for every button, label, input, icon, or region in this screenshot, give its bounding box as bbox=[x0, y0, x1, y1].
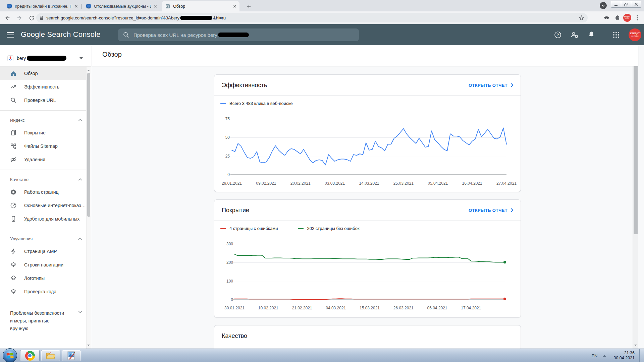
back-icon[interactable] bbox=[3, 13, 12, 22]
sidebar-item-page-experience[interactable]: Работа страниц bbox=[0, 185, 91, 199]
taskbar-chrome-button[interactable] bbox=[20, 350, 40, 361]
sidebar-item-amp[interactable]: Страница AMP bbox=[0, 245, 91, 258]
chevron-up-icon bbox=[78, 178, 82, 181]
sidebar-scrollbar[interactable] bbox=[86, 67, 91, 349]
scroll-up-arrow[interactable] bbox=[87, 68, 90, 71]
svg-text:?: ? bbox=[557, 33, 559, 37]
sidebar-section-experience[interactable]: Качество bbox=[0, 173, 91, 185]
card-header: Эффективность ОТКРЫТЬ ОТЧЕТ bbox=[214, 75, 521, 96]
speedometer-icon bbox=[10, 202, 17, 209]
browser-tab-active[interactable]: Обзор bbox=[162, 1, 239, 11]
legend-item: 4 страницы с ошибками bbox=[220, 226, 278, 231]
address-bar[interactable]: search.google.com/search-console?resourc… bbox=[36, 13, 588, 22]
user-settings-icon[interactable] bbox=[570, 31, 579, 39]
divider bbox=[0, 229, 91, 229]
show-desktop-button[interactable] bbox=[639, 349, 644, 362]
account-avatar[interactable]: КРЕДИТОНЛАЙН bbox=[629, 28, 641, 41]
svg-text:0: 0 bbox=[231, 297, 233, 302]
sidebar-item-removals[interactable]: Удаления bbox=[0, 153, 91, 166]
clicks-line-chart: 025507529.01.202109.02.202120.02.202103.… bbox=[214, 108, 521, 192]
url-text: search.google.com/search-console?resourc… bbox=[46, 15, 226, 20]
page-experience-icon bbox=[10, 189, 17, 195]
window-restore-button[interactable] bbox=[621, 1, 631, 8]
windows-logo-icon bbox=[6, 352, 14, 359]
scroll-down-arrow[interactable] bbox=[634, 345, 637, 347]
legend-dash bbox=[220, 228, 226, 229]
tab-close-icon[interactable] bbox=[154, 5, 157, 8]
forward-icon[interactable] bbox=[15, 13, 24, 22]
scroll-down-arrow[interactable] bbox=[87, 345, 90, 347]
tab-close-icon[interactable] bbox=[233, 5, 236, 8]
sidebar-section-index[interactable]: Индекс bbox=[0, 114, 91, 126]
svg-text:26.03.2021: 26.03.2021 bbox=[393, 306, 414, 310]
taskbar-clock[interactable]: 21:36 30.04.2021 bbox=[613, 351, 635, 361]
sidebar-item-logos[interactable]: Логотипы bbox=[0, 272, 91, 285]
sidebar-item-security-manual-actions[interactable]: Проблемы безопасности и меры, принятые в… bbox=[0, 305, 91, 337]
pages-icon bbox=[10, 129, 17, 136]
google-apps-grid-icon[interactable] bbox=[612, 31, 621, 39]
divider bbox=[0, 302, 91, 302]
open-report-link[interactable]: ОТКРЫТЬ ОТЧЕТ bbox=[469, 208, 513, 213]
tab-close-icon[interactable] bbox=[75, 5, 78, 8]
property-selector[interactable]: bery bbox=[0, 45, 91, 67]
monitor-icon bbox=[7, 4, 12, 9]
page-scrollbar[interactable] bbox=[633, 45, 638, 349]
url-inspection-searchbox[interactable]: Проверка всех URL на ресурсе bery bbox=[118, 28, 359, 41]
svg-text:27.04.2021: 27.04.2021 bbox=[496, 181, 517, 186]
scrollbar-thumb[interactable] bbox=[634, 53, 638, 234]
sidebar-item-performance[interactable]: Эффективность bbox=[0, 80, 91, 94]
sidebar-item-code-check[interactable]: Проверка кода bbox=[0, 285, 91, 298]
svg-text:0: 0 bbox=[227, 172, 230, 177]
reload-icon[interactable] bbox=[27, 13, 36, 22]
window-minimize-button[interactable] bbox=[611, 1, 621, 8]
tab-search-button[interactable] bbox=[600, 2, 607, 9]
kredit-extension-icon[interactable]: КРЕДИТонлайн bbox=[623, 14, 631, 22]
card-header: Покрытие ОТКРЫТЬ ОТЧЕТ bbox=[214, 200, 521, 221]
legend-item: Всего 3 483 клика в веб-поиске bbox=[220, 101, 293, 106]
language-indicator[interactable]: EN bbox=[591, 353, 597, 358]
card-title: Покрытие bbox=[222, 207, 249, 214]
hamburger-menu-icon[interactable] bbox=[7, 32, 14, 39]
sidebar-item-breadcrumbs[interactable]: Строки навигации bbox=[0, 258, 91, 272]
sidebar-item-core-web-vitals[interactable]: Основные интернет-показ… bbox=[0, 199, 91, 212]
sidebar-item-url-inspection[interactable]: Проверка URL bbox=[0, 94, 91, 107]
sitemap-icon bbox=[10, 143, 17, 149]
sidebar-item-legacy-tools[interactable]: Прежние инструменты и bbox=[0, 344, 91, 349]
new-tab-button[interactable] bbox=[245, 3, 253, 11]
browser-tab-2[interactable]: Отслеживаемые аукционы - Би bbox=[83, 1, 160, 11]
svg-text:16.04.2021: 16.04.2021 bbox=[462, 181, 482, 186]
svg-text:15.03.2021: 15.03.2021 bbox=[360, 306, 380, 310]
browser-tab-1[interactable]: Кредиты онлайн в Украине. Пас bbox=[3, 1, 81, 11]
paint-icon bbox=[67, 351, 76, 360]
svg-text:50: 50 bbox=[225, 135, 230, 140]
open-report-link[interactable]: ОТКРЫТЬ ОТЧЕТ bbox=[469, 83, 513, 88]
performance-icon bbox=[10, 83, 17, 90]
sidebar-item-sitemaps[interactable]: Файлы Sitemap bbox=[0, 139, 91, 153]
kebab-menu-icon[interactable] bbox=[633, 13, 642, 22]
search-icon bbox=[123, 32, 129, 38]
sidebar-item-coverage[interactable]: Покрытие bbox=[0, 126, 91, 139]
svg-text:06.04.2021: 06.04.2021 bbox=[427, 306, 447, 310]
main-content: Обзор Эффективность ОТКРЫТЬ ОТЧЕТ bbox=[92, 45, 638, 349]
svg-text:25.03.2021: 25.03.2021 bbox=[393, 181, 414, 186]
taskbar-paint-button[interactable] bbox=[62, 350, 81, 361]
browser-toolbar: search.google.com/search-console?resourc… bbox=[0, 11, 644, 24]
tray-expand-icon[interactable] bbox=[603, 353, 606, 357]
start-button[interactable] bbox=[3, 348, 17, 362]
sidebar-item-mobile-usability[interactable]: Удобство для мобильных bbox=[0, 212, 91, 226]
scroll-content: Эффективность ОТКРЫТЬ ОТЧЕТ Всего 3 483 … bbox=[92, 66, 638, 349]
bookmark-star-icon[interactable] bbox=[579, 15, 584, 21]
svg-text:09.02.2021: 09.02.2021 bbox=[256, 181, 276, 186]
incognito-mask-icon[interactable] bbox=[602, 13, 611, 22]
page-title: Обзор bbox=[92, 45, 638, 58]
svg-text:75: 75 bbox=[225, 117, 230, 121]
window-close-button[interactable] bbox=[631, 1, 641, 8]
sidebar-section-enhancements[interactable]: Улучшения bbox=[0, 233, 91, 245]
scrollbar-thumb[interactable] bbox=[87, 73, 90, 217]
card-header: Качество bbox=[214, 325, 521, 347]
notifications-bell-icon[interactable] bbox=[587, 31, 596, 39]
help-icon[interactable]: ? bbox=[553, 31, 562, 39]
sidebar-item-overview[interactable]: Обзор bbox=[0, 67, 91, 80]
puzzle-extensions-icon[interactable] bbox=[612, 13, 622, 22]
taskbar-explorer-button[interactable] bbox=[41, 350, 60, 361]
